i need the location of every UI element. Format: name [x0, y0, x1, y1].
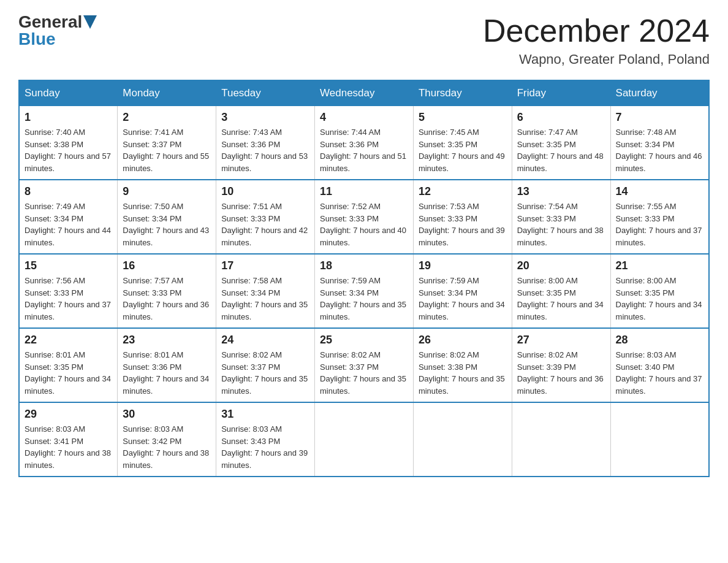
header-cell-wednesday: Wednesday [315, 80, 414, 106]
day-number: 16 [123, 259, 211, 272]
calendar-cell: 21Sunrise: 8:00 AMSunset: 3:35 PMDayligh… [610, 254, 709, 328]
day-info: Sunrise: 8:03 AMSunset: 3:43 PMDaylight:… [221, 423, 309, 471]
day-number: 20 [517, 259, 605, 272]
header-cell-tuesday: Tuesday [216, 80, 315, 106]
calendar-header: SundayMondayTuesdayWednesdayThursdayFrid… [19, 80, 709, 106]
calendar-cell: 22Sunrise: 8:01 AMSunset: 3:35 PMDayligh… [19, 328, 118, 402]
logo-line2: Blue [18, 29, 56, 49]
day-number: 30 [123, 408, 211, 421]
calendar-cell: 23Sunrise: 8:01 AMSunset: 3:36 PMDayligh… [118, 328, 216, 402]
day-number: 17 [221, 259, 309, 272]
day-info: Sunrise: 8:01 AMSunset: 3:35 PMDaylight:… [25, 349, 112, 397]
logo-blue-text: Blue [18, 29, 56, 49]
calendar-cell: 5Sunrise: 7:45 AMSunset: 3:35 PMDaylight… [413, 106, 512, 180]
header-cell-sunday: Sunday [19, 80, 118, 106]
calendar-cell: 9Sunrise: 7:50 AMSunset: 3:34 PMDaylight… [118, 180, 216, 254]
calendar-cell: 28Sunrise: 8:03 AMSunset: 3:40 PMDayligh… [610, 328, 709, 402]
day-number: 18 [320, 259, 408, 272]
header-cell-thursday: Thursday [413, 80, 512, 106]
calendar-cell: 11Sunrise: 7:52 AMSunset: 3:33 PMDayligh… [315, 180, 414, 254]
day-info: Sunrise: 7:52 AMSunset: 3:33 PMDaylight:… [320, 201, 408, 248]
day-info: Sunrise: 7:43 AMSunset: 3:36 PMDaylight:… [221, 126, 309, 174]
calendar-cell: 7Sunrise: 7:48 AMSunset: 3:34 PMDaylight… [610, 106, 709, 180]
day-number: 21 [616, 259, 703, 272]
day-number: 8 [25, 185, 112, 198]
day-number: 31 [221, 408, 309, 421]
calendar-cell: 20Sunrise: 8:00 AMSunset: 3:35 PMDayligh… [512, 254, 610, 328]
calendar-cell: 1Sunrise: 7:40 AMSunset: 3:38 PMDaylight… [19, 106, 118, 180]
header-cell-friday: Friday [512, 80, 610, 106]
title-area: December 2024 Wapno, Greater Poland, Pol… [483, 12, 710, 67]
day-info: Sunrise: 8:00 AMSunset: 3:35 PMDaylight:… [517, 275, 605, 323]
day-info: Sunrise: 7:59 AMSunset: 3:34 PMDaylight:… [419, 275, 507, 323]
calendar-row-0: 1Sunrise: 7:40 AMSunset: 3:38 PMDaylight… [19, 106, 709, 180]
day-info: Sunrise: 7:48 AMSunset: 3:34 PMDaylight:… [616, 126, 703, 174]
calendar-cell [413, 402, 512, 477]
day-number: 22 [25, 334, 112, 347]
day-number: 14 [616, 185, 703, 198]
calendar-cell [610, 402, 709, 477]
calendar-cell: 16Sunrise: 7:57 AMSunset: 3:33 PMDayligh… [118, 254, 216, 328]
calendar-cell: 24Sunrise: 8:02 AMSunset: 3:37 PMDayligh… [216, 328, 315, 402]
calendar-cell: 30Sunrise: 8:03 AMSunset: 3:42 PMDayligh… [118, 402, 216, 477]
day-info: Sunrise: 8:02 AMSunset: 3:38 PMDaylight:… [419, 349, 507, 397]
calendar-cell: 6Sunrise: 7:47 AMSunset: 3:35 PMDaylight… [512, 106, 610, 180]
day-number: 29 [25, 408, 112, 421]
calendar-row-1: 8Sunrise: 7:49 AMSunset: 3:34 PMDaylight… [19, 180, 709, 254]
calendar-cell: 27Sunrise: 8:02 AMSunset: 3:39 PMDayligh… [512, 328, 610, 402]
calendar-cell [315, 402, 414, 477]
day-number: 11 [320, 185, 408, 198]
calendar-row-2: 15Sunrise: 7:56 AMSunset: 3:33 PMDayligh… [19, 254, 709, 328]
header-row: SundayMondayTuesdayWednesdayThursdayFrid… [19, 80, 709, 106]
day-info: Sunrise: 7:44 AMSunset: 3:36 PMDaylight:… [320, 126, 408, 174]
calendar-cell: 19Sunrise: 7:59 AMSunset: 3:34 PMDayligh… [413, 254, 512, 328]
day-info: Sunrise: 8:02 AMSunset: 3:39 PMDaylight:… [517, 349, 605, 397]
day-number: 24 [221, 334, 309, 347]
day-number: 23 [123, 334, 211, 347]
day-number: 26 [419, 334, 507, 347]
logo-arrow-icon [83, 15, 97, 29]
day-number: 25 [320, 334, 408, 347]
day-number: 6 [517, 111, 605, 124]
day-number: 5 [419, 111, 507, 124]
calendar-cell: 25Sunrise: 8:02 AMSunset: 3:37 PMDayligh… [315, 328, 414, 402]
day-number: 12 [419, 185, 507, 198]
calendar-cell: 17Sunrise: 7:58 AMSunset: 3:34 PMDayligh… [216, 254, 315, 328]
day-info: Sunrise: 8:02 AMSunset: 3:37 PMDaylight:… [320, 349, 408, 397]
day-number: 3 [221, 111, 309, 124]
day-info: Sunrise: 7:50 AMSunset: 3:34 PMDaylight:… [123, 201, 211, 248]
month-title: December 2024 [483, 12, 710, 49]
calendar-cell: 31Sunrise: 8:03 AMSunset: 3:43 PMDayligh… [216, 402, 315, 477]
day-number: 27 [517, 334, 605, 347]
day-info: Sunrise: 7:45 AMSunset: 3:35 PMDaylight:… [419, 126, 507, 174]
day-number: 13 [517, 185, 605, 198]
day-info: Sunrise: 7:55 AMSunset: 3:33 PMDaylight:… [616, 201, 703, 248]
calendar-row-3: 22Sunrise: 8:01 AMSunset: 3:35 PMDayligh… [19, 328, 709, 402]
day-info: Sunrise: 8:03 AMSunset: 3:41 PMDaylight:… [25, 423, 112, 471]
calendar-cell [512, 402, 610, 477]
day-number: 19 [419, 259, 507, 272]
calendar-cell: 4Sunrise: 7:44 AMSunset: 3:36 PMDaylight… [315, 106, 414, 180]
day-info: Sunrise: 8:00 AMSunset: 3:35 PMDaylight:… [616, 275, 703, 323]
day-info: Sunrise: 7:58 AMSunset: 3:34 PMDaylight:… [221, 275, 309, 323]
day-info: Sunrise: 7:47 AMSunset: 3:35 PMDaylight:… [517, 126, 605, 174]
calendar-cell: 12Sunrise: 7:53 AMSunset: 3:33 PMDayligh… [413, 180, 512, 254]
calendar-cell: 18Sunrise: 7:59 AMSunset: 3:34 PMDayligh… [315, 254, 414, 328]
calendar-cell: 2Sunrise: 7:41 AMSunset: 3:37 PMDaylight… [118, 106, 216, 180]
day-info: Sunrise: 7:51 AMSunset: 3:33 PMDaylight:… [221, 201, 309, 248]
calendar-cell: 10Sunrise: 7:51 AMSunset: 3:33 PMDayligh… [216, 180, 315, 254]
calendar-cell: 29Sunrise: 8:03 AMSunset: 3:41 PMDayligh… [19, 402, 118, 477]
day-info: Sunrise: 8:03 AMSunset: 3:42 PMDaylight:… [123, 423, 211, 471]
day-info: Sunrise: 7:54 AMSunset: 3:33 PMDaylight:… [517, 201, 605, 248]
day-info: Sunrise: 7:40 AMSunset: 3:38 PMDaylight:… [25, 126, 112, 174]
day-info: Sunrise: 7:57 AMSunset: 3:33 PMDaylight:… [123, 275, 211, 323]
day-info: Sunrise: 7:59 AMSunset: 3:34 PMDaylight:… [320, 275, 408, 323]
day-number: 1 [25, 111, 112, 124]
day-number: 28 [616, 334, 703, 347]
calendar-body: 1Sunrise: 7:40 AMSunset: 3:38 PMDaylight… [19, 106, 709, 477]
calendar-cell: 26Sunrise: 8:02 AMSunset: 3:38 PMDayligh… [413, 328, 512, 402]
day-number: 10 [221, 185, 309, 198]
day-info: Sunrise: 7:41 AMSunset: 3:37 PMDaylight:… [123, 126, 211, 174]
day-number: 15 [25, 259, 112, 272]
day-info: Sunrise: 7:53 AMSunset: 3:33 PMDaylight:… [419, 201, 507, 248]
